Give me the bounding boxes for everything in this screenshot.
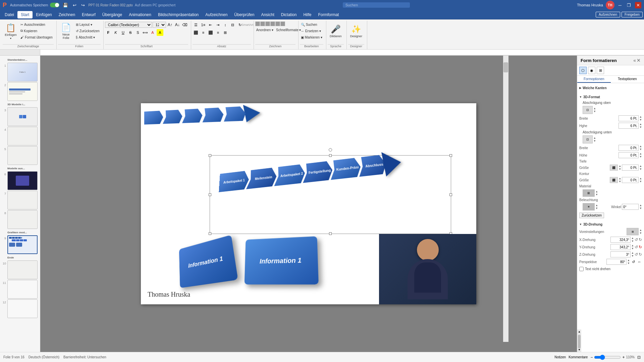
z-rotate-cw[interactable]: ↻ [639, 253, 642, 256]
vorein-down[interactable]: ▼ [639, 232, 642, 235]
panel-scroll-up[interactable]: ▲ [578, 330, 581, 333]
hoehe-oben-input[interactable] [619, 123, 639, 129]
shape-sq[interactable] [255, 21, 260, 26]
diktieren-button[interactable]: 🎤 Diktieren [328, 21, 344, 41]
char-spacing-button[interactable]: ⟺ [142, 29, 149, 36]
suchen-button[interactable]: 🔍 Suchen [300, 21, 323, 27]
winkel-input[interactable] [622, 204, 639, 210]
unten-swatch-up[interactable]: ▲ [593, 136, 596, 139]
3d-format-header[interactable]: ▼ 3D-Format [579, 94, 642, 100]
breite-oben-up[interactable]: ▲ [639, 115, 642, 118]
bold-button[interactable]: F [105, 29, 112, 36]
3d-drehung-header[interactable]: ▼ 3D-Drehung [579, 222, 642, 227]
winkel-up[interactable]: ▲ [639, 204, 642, 207]
markieren-button[interactable]: ▣ Markieren ▾ [300, 34, 323, 40]
redo-button[interactable]: ↪ [80, 2, 86, 8]
slide-8-thumb[interactable] [7, 210, 38, 229]
material-swatch[interactable]: ⊞ [583, 189, 595, 197]
effects-icon-btn[interactable]: ⊞ [597, 67, 604, 74]
swatch-spin-up[interactable]: ▲ [593, 107, 596, 110]
menu-einfuegen[interactable]: Einfügen [33, 11, 55, 18]
align-center-button[interactable]: ≡ [200, 29, 207, 36]
z-up[interactable]: ▲ [631, 251, 634, 254]
beleuchtung-up[interactable]: ▲ [595, 204, 598, 207]
decrease-indent-button[interactable]: ⇤ [207, 21, 214, 28]
handle-tc[interactable] [329, 154, 332, 157]
aufzeichnen-btn[interactable]: Aufzeichnen [596, 12, 620, 17]
proc-box-1[interactable]: Arbeitspaket 1 [219, 170, 249, 192]
y-rotate-ccw[interactable]: ↺ [635, 246, 638, 249]
zuruecksetzen-button[interactable]: ↺ Zurücksetzen [75, 28, 101, 34]
menu-entwurf[interactable]: Entwurf [78, 11, 99, 18]
beleuchtung-down[interactable]: ▼ [595, 207, 598, 210]
slide-9-thumb[interactable] [7, 235, 38, 254]
panel-scroll-down[interactable]: ▼ [578, 348, 581, 351]
align-right-button[interactable]: ⬛ [207, 29, 214, 36]
y-drehung-input[interactable] [610, 244, 631, 250]
menu-zeichnen[interactable]: Zeichnen [55, 11, 78, 18]
x-drehung-input[interactable] [610, 237, 631, 243]
voreinstellungen-swatch[interactable]: ⊞ [627, 228, 639, 235]
font-size-select[interactable]: 12 [153, 22, 166, 28]
tiefe-groesse-input[interactable] [622, 165, 639, 171]
menu-ansicht[interactable]: Ansicht [258, 11, 277, 18]
menu-uebergaenge[interactable]: Übergänge [99, 11, 125, 18]
rotate-handle[interactable] [329, 148, 332, 152]
schnellformate-button[interactable]: Schnellformate ▾ [275, 27, 302, 33]
beleuchtung-swatch[interactable]: ☀ [583, 203, 595, 210]
hoehe-oben-down[interactable]: ▼ [639, 126, 642, 129]
slide-2-thumb[interactable] [7, 82, 38, 101]
proc-box-3[interactable]: Arbeitspaket 2 [274, 164, 306, 186]
shadow-button[interactable]: S [135, 29, 141, 36]
smartart-button[interactable]: SmartArt [244, 21, 251, 28]
undo-button[interactable]: ↩ [71, 2, 78, 8]
slide-10-thumb[interactable] [7, 260, 38, 279]
bullets-button[interactable]: ☰ [193, 21, 199, 28]
slide-1-thumb[interactable]: Folie 1 [7, 63, 38, 81]
info-box-2[interactable]: Information 1 [245, 236, 319, 285]
abschnitt-button[interactable]: § Abschnitt ▾ [75, 34, 101, 40]
slide-12-thumb[interactable] [7, 299, 38, 318]
hoehe-unten-down[interactable]: ▼ [639, 155, 642, 158]
neue-folie-button[interactable]: 📄 NeueFolie [58, 21, 74, 41]
kontur-up[interactable]: ▲ [639, 177, 642, 180]
breite-oben-down[interactable]: ▼ [639, 118, 642, 121]
vorein-up[interactable]: ▲ [639, 229, 642, 232]
slide-11-thumb[interactable] [7, 280, 38, 299]
tiefe-color-swatch[interactable]: ⬛ [610, 165, 618, 171]
highlight-button[interactable]: A [157, 29, 163, 36]
font-grow-button[interactable]: A↑ [167, 21, 173, 28]
breite-unten-up[interactable]: ▲ [639, 145, 642, 148]
kontur-color-down[interactable]: ▼ [619, 180, 621, 183]
search-input[interactable] [343, 2, 410, 8]
tiefe-color-down[interactable]: ▼ [619, 168, 621, 171]
kopieren-button[interactable]: ⧉ Kopieren [19, 28, 54, 34]
menu-animationen[interactable]: Animationen [125, 11, 155, 18]
hoehe-unten-input[interactable] [619, 152, 639, 158]
notes-button[interactable]: Notizen [554, 355, 566, 359]
panel-scrollbar-thumb[interactable] [578, 335, 581, 348]
layout-button[interactable]: ⊞ Layout ▾ [75, 21, 101, 27]
breite-unten-input[interactable] [619, 145, 639, 151]
handle-mr[interactable] [449, 193, 452, 196]
persp-lock-btn[interactable]: ↔ [637, 259, 642, 264]
kontur-groesse-input[interactable] [622, 177, 639, 183]
persp-down[interactable]: ▼ [627, 262, 630, 265]
x-rotate-ccw[interactable]: ↺ [635, 238, 638, 241]
slide-canvas[interactable]: Arbeitspaket 1 Meilenstein Arbeitspaket … [141, 103, 476, 304]
tiefe-down[interactable]: ▼ [639, 168, 642, 171]
x-down[interactable]: ▼ [631, 240, 634, 243]
menu-bildschirm[interactable]: Bildschirmpräsentation [155, 11, 202, 18]
text-drehen-checkbox[interactable] [579, 267, 584, 271]
kontur-color-swatch[interactable]: ⬛ [610, 177, 618, 183]
perspektive-input[interactable] [606, 259, 627, 265]
menu-aufzeichnen[interactable]: Aufzeichnen [202, 11, 231, 18]
proc-box-5[interactable]: Kunden-Präsi [329, 158, 362, 180]
minimize-button[interactable]: ─ [617, 2, 623, 8]
menu-start[interactable]: Start [17, 11, 33, 18]
font-family-select[interactable]: Calibri (Textkörper) [105, 22, 152, 28]
user-avatar[interactable]: TH [606, 1, 614, 9]
close-button[interactable]: ✕ [635, 2, 641, 8]
slide-4-thumb[interactable] [7, 127, 38, 145]
italic-button[interactable]: K [112, 29, 119, 36]
